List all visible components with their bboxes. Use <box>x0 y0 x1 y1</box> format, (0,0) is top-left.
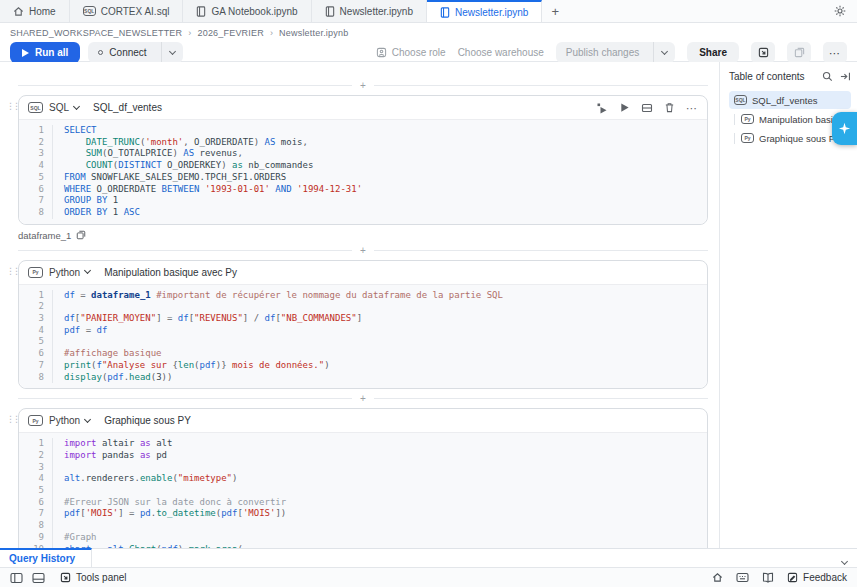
open-panel-button[interactable] <box>751 42 775 63</box>
connect-dropdown[interactable] <box>161 42 183 63</box>
run-all-button[interactable]: Run all <box>10 42 80 63</box>
tab-ga-notebook[interactable]: GA Notebook.ipynb <box>183 0 311 22</box>
drag-handle-icon[interactable]: ⋮⋮ <box>6 414 18 424</box>
code-editor-sql[interactable]: 1SELECT2 DATE_TRUNC('month', O_ORDERDATE… <box>19 119 707 224</box>
code-line[interactable]: 8 <box>19 520 707 532</box>
toggle-results-button[interactable] <box>641 102 653 114</box>
delete-cell-button[interactable] <box>664 102 675 113</box>
shortcuts-icon[interactable] <box>736 572 749 583</box>
breadcrumb-item-file[interactable]: Newsletter.ipynb <box>279 28 348 38</box>
publish-changes-button[interactable]: Publish changes <box>556 42 675 63</box>
toc-item-label: SQL_df_ventes <box>752 95 818 106</box>
feedback-button[interactable]: Feedback <box>787 572 847 583</box>
home-icon <box>13 6 24 17</box>
tools-panel-button[interactable]: Tools panel <box>60 572 127 583</box>
settings-gear-icon[interactable] <box>823 0 857 22</box>
code-line[interactable]: 2 <box>19 301 707 313</box>
code-line[interactable]: 3 <box>19 462 707 474</box>
code-line[interactable]: 8ORDER BY 1 ASC <box>19 207 707 219</box>
toggle-left-panel-button[interactable] <box>10 572 23 584</box>
drag-handle-icon[interactable]: ⋮⋮ <box>6 266 18 276</box>
code-line[interactable]: 6WHERE O_ORDERDATE BETWEEN '1993-01-01' … <box>19 184 707 196</box>
feedback-icon <box>787 572 798 583</box>
code-line[interactable]: 6#Erreur JSON sur la date donc à convert… <box>19 497 707 509</box>
collapse-panel-icon[interactable] <box>840 71 851 82</box>
language-label: SQL <box>49 102 69 113</box>
breadcrumb-item-folder[interactable]: 2026_FEVRIER <box>197 28 263 38</box>
add-cell-button[interactable]: + <box>360 246 366 255</box>
add-cell-divider: + <box>18 246 708 255</box>
choose-role-button[interactable]: Choose role <box>376 47 446 58</box>
cell-title[interactable]: Graphique sous PY <box>104 415 191 426</box>
add-cell-button[interactable]: + <box>360 81 366 90</box>
code-line[interactable]: 1import altair as alt <box>19 438 707 450</box>
code-line[interactable]: 9#Graph <box>19 532 707 544</box>
code-text <box>53 336 69 348</box>
code-line[interactable]: 5 <box>19 336 707 348</box>
code-line[interactable]: 1SELECT <box>19 125 707 137</box>
language-selector[interactable]: Python <box>49 267 90 278</box>
language-label: Python <box>49 267 80 278</box>
run-all-above-button[interactable] <box>596 102 608 114</box>
code-line[interactable]: 3 SUM(O_TOTALPRICE) AS revenus, <box>19 148 707 160</box>
status-bar: Tools panel Feedback <box>0 567 857 587</box>
status-bar-right: Feedback <box>712 572 847 583</box>
tab-newsletter-2-active[interactable]: Newsletter.ipynb <box>427 0 542 22</box>
code-line[interactable]: 3df["PANIER_MOYEN"] = df["REVENUS"] / df… <box>19 313 707 325</box>
code-editor-python-2[interactable]: 1import altair as alt2import pandas as p… <box>19 432 707 548</box>
connection-status-dot-icon <box>98 50 103 55</box>
copilot-button[interactable] <box>832 112 857 145</box>
home-icon[interactable] <box>712 572 723 583</box>
drag-handle-icon[interactable]: ⋮⋮ <box>6 101 18 111</box>
code-line[interactable]: 1df = dataframe_1 #important de récupére… <box>19 290 707 302</box>
line-number: 8 <box>19 520 53 532</box>
add-cell-divider: + <box>18 394 708 403</box>
tab-cortex-ai-sql[interactable]: SQL CORTEX AI.sql <box>70 0 184 22</box>
sql-file-icon: SQL <box>83 6 96 16</box>
code-editor-python-1[interactable]: 1df = dataframe_1 #important de récupére… <box>19 284 707 389</box>
more-options-button[interactable]: ⋯ <box>823 42 847 63</box>
tab-newsletter-1[interactable]: Newsletter.ipynb <box>312 0 427 22</box>
docs-book-icon[interactable] <box>762 572 774 583</box>
code-line[interactable]: 7GROUP BY 1 <box>19 195 707 207</box>
language-selector[interactable]: SQL <box>49 102 79 113</box>
run-cell-button[interactable] <box>619 102 630 113</box>
language-selector[interactable]: Python <box>49 415 90 426</box>
code-line[interactable]: 5FROM SNOWFLAKE_SALES_DEMO.TPCH_SF1.ORDE… <box>19 172 707 184</box>
code-line[interactable]: 4alt.renderers.enable("mimetype") <box>19 473 707 485</box>
code-line[interactable]: 6#affichage basique <box>19 348 707 360</box>
code-line[interactable]: 4 COUNT(DISTINCT O_ORDERKEY) as nb_comma… <box>19 160 707 172</box>
add-cell-button[interactable]: + <box>360 394 366 403</box>
share-button[interactable]: Share <box>687 42 739 63</box>
cell-more-button[interactable]: ⋯ <box>686 103 698 113</box>
collapse-chevron-icon[interactable] <box>842 555 847 566</box>
copy-icon[interactable] <box>76 230 86 240</box>
query-history-tab[interactable]: Query History <box>0 548 92 567</box>
code-line[interactable]: 5 <box>19 485 707 497</box>
breadcrumb-item-workspace[interactable]: SHARED_WORKSPACE_NEWSLETTER <box>10 28 182 38</box>
cell-title[interactable]: Manipulation basique avec Py <box>104 267 237 278</box>
choose-warehouse-button[interactable]: Choose warehouse <box>458 47 544 58</box>
main-area: + ⋮⋮ SQL SQL SQL_df_ventes <box>0 62 857 548</box>
code-line[interactable]: 4pdf = df <box>19 325 707 337</box>
tab-label: CORTEX AI.sql <box>101 6 170 17</box>
toggle-bottom-panel-button[interactable] <box>32 572 45 584</box>
python-badge-icon: Py <box>741 114 754 124</box>
dataframe-output-link[interactable]: dataframe_1 <box>18 230 71 241</box>
code-line[interactable]: 2 DATE_TRUNC('month', O_ORDERDATE) AS mo… <box>19 137 707 149</box>
search-icon[interactable] <box>822 71 833 82</box>
code-line[interactable]: 7pdf['MOIS'] = pd.to_datetime(pdf['MOIS'… <box>19 508 707 520</box>
duplicate-button[interactable] <box>787 42 811 63</box>
code-line[interactable]: 2import pandas as pd <box>19 450 707 462</box>
new-tab-button[interactable]: + <box>542 0 568 22</box>
code-text <box>53 485 69 497</box>
publish-dropdown[interactable] <box>653 42 675 63</box>
chevron-down-icon <box>169 47 176 54</box>
code-line[interactable]: 8display(pdf.head(3)) <box>19 372 707 384</box>
cell-python-graphique: ⋮⋮ Py Python Graphique sous PY 1import a… <box>18 408 708 548</box>
code-line[interactable]: 7print(f"Analyse sur {len(pdf)} mois de … <box>19 360 707 372</box>
toc-item-sql-df-ventes[interactable]: SQL SQL_df_ventes <box>729 91 851 109</box>
connect-button[interactable]: Connect <box>88 42 182 63</box>
tab-home[interactable]: Home <box>0 0 70 22</box>
cell-title[interactable]: SQL_df_ventes <box>93 102 162 113</box>
